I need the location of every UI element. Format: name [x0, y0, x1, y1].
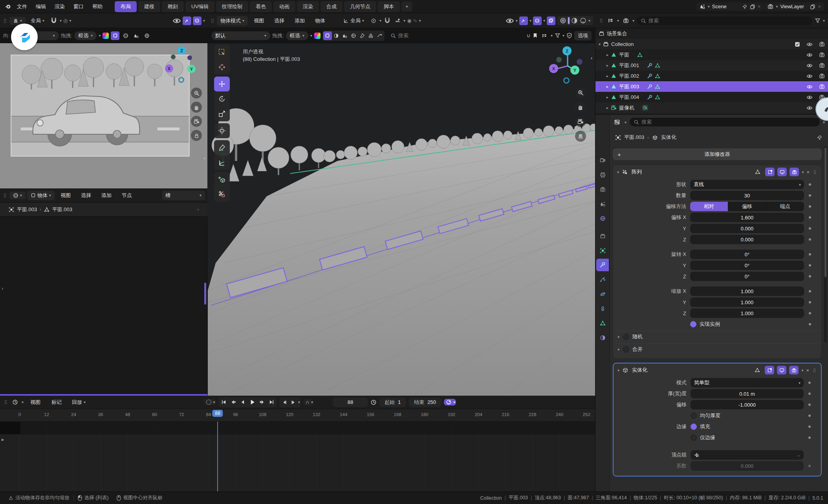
offset-z-field[interactable]: 0.000 [690, 235, 804, 244]
viewlayer-selector[interactable]: ▾ ViewLayer × [764, 2, 824, 11]
sidebar-toggle-icon[interactable]: ‹ [204, 155, 205, 161]
animate-dot[interactable] [808, 382, 811, 384]
render-visibility-icon[interactable] [819, 62, 825, 68]
lock-view-button[interactable] [191, 130, 202, 141]
expand-icon[interactable]: ▾ [599, 42, 601, 46]
gizmo-axis-y[interactable]: Y [570, 66, 579, 75]
jump-to-start-button[interactable] [219, 398, 228, 407]
world-icon[interactable] [143, 31, 151, 40]
hide-eye-icon[interactable] [806, 41, 813, 47]
outliner-search[interactable]: 搜索 [637, 16, 812, 25]
delete-modifier-icon[interactable]: × [806, 367, 809, 373]
proportional-edit-icon[interactable]: ◉ [407, 18, 411, 24]
add-workspace-button[interactable]: + [401, 2, 412, 11]
tab-material[interactable] [596, 331, 609, 344]
editmode-toggle-icon[interactable] [765, 366, 774, 374]
hide-eye-icon[interactable] [806, 94, 813, 100]
gizmo-axis-neg[interactable] [556, 57, 562, 62]
menu-view[interactable]: 视图 [249, 16, 268, 26]
workspace-tab[interactable]: 纹理绘制 [216, 1, 248, 12]
scrollbar[interactable] [204, 283, 206, 305]
shading-sphere-icon[interactable] [121, 31, 130, 40]
slot-dropdown[interactable]: 槽▾ [162, 191, 205, 200]
section-merge[interactable]: ▸合并 [613, 343, 821, 354]
snap-magnet-icon[interactable] [49, 16, 58, 25]
render-toggle-icon[interactable] [789, 366, 799, 374]
axis-y-handle[interactable]: Y [187, 65, 196, 73]
chevron-down-icon[interactable]: ▾ [203, 18, 205, 23]
gizmo-axis-z[interactable]: Z [562, 46, 572, 55]
workspace-tab[interactable]: 着色 [250, 1, 272, 12]
timeline-menu-marker[interactable]: 标记 [47, 397, 66, 407]
realize-instances-checkbox[interactable] [690, 321, 696, 327]
object-row-selected[interactable]: ▸ 平面.003 [595, 81, 828, 92]
drag-handle-icon[interactable] [2, 193, 8, 198]
hide-eye-icon[interactable] [806, 52, 813, 58]
proportional-edit-icon[interactable]: ◎ [63, 18, 68, 24]
modifier-wrench-icon[interactable] [647, 95, 652, 100]
animate-dot[interactable] [809, 290, 811, 292]
summary-channel[interactable] [0, 422, 20, 434]
topbar-menu-item[interactable]: 帮助 [88, 2, 107, 12]
camera-view-button[interactable] [191, 116, 202, 127]
workspace-tab[interactable]: UV编辑 [185, 1, 214, 12]
drag-handle-icon[interactable] [2, 18, 8, 24]
section-random[interactable]: ▸随机 [613, 331, 821, 342]
mesh-data-icon[interactable] [637, 52, 643, 58]
animate-dot[interactable] [809, 301, 811, 303]
orientation-dropdown[interactable]: 全局▾ [27, 16, 48, 26]
checkbox-icon[interactable] [795, 42, 800, 47]
factor-field[interactable]: 0.000 [691, 461, 804, 471]
current-frame-field[interactable]: 88 [333, 398, 368, 407]
gizmo-axis-x[interactable]: X [549, 64, 558, 73]
object-row[interactable]: ▸ 平面 [595, 49, 828, 60]
brush-icon[interactable] [358, 31, 366, 40]
shading-sphere-icon[interactable] [332, 31, 341, 40]
expand-icon[interactable]: ▸ [606, 53, 608, 57]
stopwatch-icon[interactable] [370, 399, 377, 405]
node-menu-view[interactable]: 视图 [56, 190, 75, 201]
extras-dropdown-icon[interactable]: ▾ [801, 368, 803, 373]
tab-physics[interactable] [596, 288, 609, 300]
expand-icon[interactable]: ▸ [606, 106, 608, 110]
random-checkbox[interactable] [623, 334, 629, 340]
render-visibility-icon[interactable] [819, 41, 825, 47]
shield-icon[interactable] [566, 33, 572, 38]
color-swatch-icon[interactable] [314, 33, 321, 39]
render-visibility-icon[interactable] [819, 73, 825, 79]
tab-object[interactable] [596, 244, 609, 257]
extras-dropdown-icon[interactable]: ▾ [802, 170, 804, 174]
count-field[interactable]: 30 [690, 191, 804, 200]
realtime-toggle-icon[interactable] [777, 168, 787, 176]
offset-x-field[interactable]: 1.600 [690, 213, 804, 222]
scale-tool[interactable] [214, 106, 230, 121]
workspace-tab[interactable]: 雕刻 [162, 1, 184, 12]
offset-constant-button[interactable]: 偏移 [728, 202, 766, 211]
mode-dropdown[interactable]: 简单型▾ [691, 378, 804, 387]
prev-keyframe-button[interactable] [229, 398, 238, 407]
camera-view-button[interactable] [575, 116, 586, 127]
chevron-down-icon[interactable]: ▾ [310, 33, 312, 38]
rotation-z-field[interactable]: 0° [690, 272, 804, 281]
merge-checkbox[interactable] [623, 346, 629, 352]
expand-channels-icon[interactable]: ▸ [2, 436, 4, 442]
new-viewlayer-icon[interactable] [810, 4, 815, 9]
chevron-down-icon[interactable]: ▾ [632, 18, 634, 23]
xray-toggle-icon[interactable] [547, 16, 555, 25]
workspace-tab[interactable]: 脚本 [378, 1, 400, 12]
scale-z-field[interactable]: 1.000 [690, 309, 804, 318]
swap-icon[interactable]: ↔ [797, 453, 801, 457]
drag-handle-icon[interactable] [210, 18, 215, 24]
shader-type-dropdown[interactable]: 物体▾ [27, 191, 55, 200]
thickness-field[interactable]: 0.01 m [691, 389, 804, 398]
scrollbar[interactable] [824, 146, 827, 342]
pan-hand-button[interactable] [575, 102, 586, 113]
animate-dot[interactable] [809, 227, 811, 230]
filter-icon[interactable] [555, 33, 561, 38]
tab-collection[interactable] [596, 230, 609, 242]
overlays-toggle-icon[interactable] [193, 16, 202, 25]
chevron-down-icon[interactable]: ▾ [516, 18, 518, 23]
editor-type-button[interactable] [11, 398, 19, 407]
expand-icon[interactable]: ▸ [606, 84, 608, 89]
modifier-wrench-icon[interactable] [647, 73, 652, 79]
